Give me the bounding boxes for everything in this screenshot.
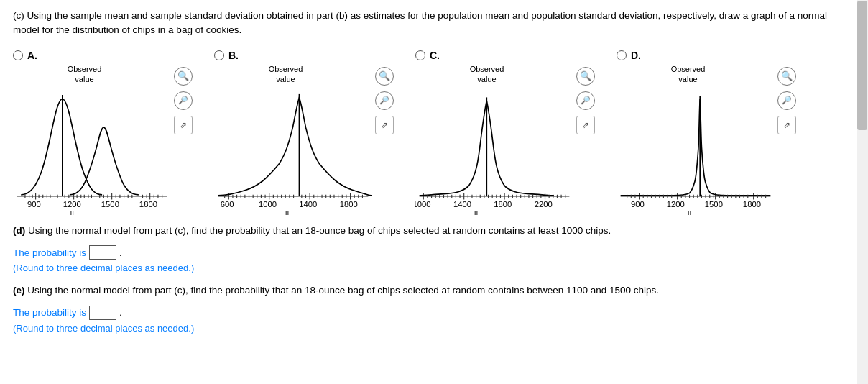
- option-b-zoom-in-btn[interactable]: 🔍: [375, 67, 394, 86]
- svg-text:900: 900: [631, 200, 645, 209]
- option-d-external-btn[interactable]: ⇗: [777, 116, 796, 134]
- option-d-graph-wrapper: Observedvalue: [617, 64, 775, 217]
- option-c-graph-wrapper: Observedvalue: [415, 64, 573, 217]
- svg-text:1800: 1800: [494, 200, 512, 209]
- option-c-radio[interactable]: [415, 50, 425, 60]
- part-d-round-note: (Round to three decimal places as needed…: [13, 262, 855, 273]
- option-a-label: A.: [27, 50, 37, 61]
- svg-text:600: 600: [221, 200, 234, 209]
- option-b-svg: 600 1000 1400 1800 ıı: [214, 87, 372, 216]
- svg-text:1800: 1800: [139, 200, 157, 209]
- svg-text:1000: 1000: [415, 200, 431, 209]
- part-e-prob-label: The probability is: [13, 307, 86, 318]
- option-d-block: D. Observedvalue: [617, 50, 818, 217]
- option-d-graph-area: Observedvalue: [617, 64, 796, 217]
- option-d-zoom-in-btn[interactable]: 🔍: [777, 67, 796, 86]
- part-d-prob-input[interactable]: [89, 245, 116, 260]
- option-b-radio[interactable]: [214, 50, 224, 60]
- part-d-prob-label: The probability is: [13, 247, 86, 258]
- option-c-external-btn[interactable]: ⇗: [576, 116, 595, 134]
- svg-text:1400: 1400: [453, 200, 471, 209]
- option-c-graph-area: Observedvalue: [415, 64, 595, 217]
- option-a-svg: 900 1200 1500 1800 ıı: [13, 87, 171, 216]
- svg-text:ıı: ıı: [474, 209, 479, 216]
- part-d-prob-period: .: [119, 247, 122, 258]
- part-e-text: (e) Using the normal model from part (c)…: [13, 283, 839, 298]
- option-c-observed-label: Observedvalue: [417, 64, 557, 85]
- option-d-zoom-out-btn[interactable]: 🔎: [777, 91, 796, 110]
- option-c-zoom-out-btn[interactable]: 🔎: [576, 91, 595, 110]
- option-c-label: C.: [430, 50, 440, 61]
- svg-text:ıı: ıı: [285, 209, 290, 216]
- option-a-graph-area: Observedvalue: [13, 64, 193, 217]
- option-b-zoom-out-btn[interactable]: 🔎: [375, 91, 394, 110]
- option-c-graph: 1000 1400 1800 2200 ıı: [415, 87, 573, 216]
- svg-text:2200: 2200: [535, 200, 553, 209]
- part-d-text: (d) Using the normal model from part (c)…: [13, 224, 839, 238]
- svg-text:ıı: ıı: [688, 209, 692, 216]
- option-a-zoom-in-btn[interactable]: 🔍: [174, 67, 193, 86]
- option-d-svg: 900 1200 1500 1800 ıı: [617, 87, 775, 216]
- svg-text:1500: 1500: [705, 200, 723, 209]
- part-e-label: (e): [13, 285, 25, 296]
- option-d-label: D.: [631, 50, 641, 61]
- part-d-probability-row: The probability is .: [13, 245, 855, 260]
- option-d-graph: 900 1200 1500 1800 ıı: [617, 87, 775, 216]
- option-a-block: A. Observedvalue: [13, 50, 214, 217]
- svg-text:1500: 1500: [101, 200, 119, 209]
- svg-text:1200: 1200: [667, 200, 685, 209]
- option-b-label: B.: [228, 50, 239, 61]
- svg-text:1000: 1000: [259, 200, 277, 209]
- option-d-radio[interactable]: [617, 50, 627, 60]
- part-e-prob-input[interactable]: [89, 306, 116, 320]
- svg-text:1800: 1800: [743, 200, 761, 209]
- option-a-observed-label: Observedvalue: [14, 64, 154, 85]
- option-b-graph-area: Observedvalue: [214, 64, 394, 217]
- option-b-observed-label: Observedvalue: [216, 64, 356, 85]
- option-b-icons: 🔍 🔎 ⇗: [375, 67, 394, 134]
- svg-text:1200: 1200: [63, 200, 81, 209]
- option-b-graph: 600 1000 1400 1800 ıı: [214, 87, 372, 216]
- option-a-icons: 🔍 🔎 ⇗: [174, 67, 193, 134]
- svg-text:1800: 1800: [340, 200, 358, 209]
- option-a-zoom-out-btn[interactable]: 🔎: [174, 91, 193, 110]
- option-a-external-btn[interactable]: ⇗: [174, 116, 193, 134]
- part-e-probability-row: The probability is .: [13, 306, 855, 320]
- option-c-block: C. Observedvalue: [415, 50, 617, 217]
- option-b-external-btn[interactable]: ⇗: [375, 116, 394, 134]
- part-e-round-note: (Round to three decimal places as needed…: [13, 323, 855, 334]
- options-row: A. Observedvalue: [13, 50, 855, 217]
- option-c-zoom-in-btn[interactable]: 🔍: [576, 67, 595, 86]
- option-a-graph: 900 1200 1500 1800 ıı: [13, 87, 171, 216]
- option-d-icons: 🔍 🔎 ⇗: [777, 67, 796, 134]
- option-b-block: B. Observedvalue: [214, 50, 415, 217]
- scrollbar-thumb[interactable]: [857, 1, 867, 130]
- svg-text:ıı: ıı: [70, 209, 75, 216]
- option-d-observed-label: Observedvalue: [618, 64, 758, 85]
- svg-text:1400: 1400: [299, 200, 317, 209]
- option-b-graph-wrapper: Observedvalue: [214, 64, 372, 217]
- option-a-graph-wrapper: Observedvalue: [13, 64, 171, 217]
- scrollbar-track: [857, 0, 868, 384]
- part-c-text: (c) Using the sample mean and sample sta…: [13, 9, 839, 38]
- part-e-prob-period: .: [119, 307, 122, 318]
- part-d-label: (d): [13, 225, 25, 236]
- option-a-radio[interactable]: [13, 50, 23, 60]
- option-c-icons: 🔍 🔎 ⇗: [576, 67, 595, 134]
- option-c-svg: 1000 1400 1800 2200 ıı: [415, 87, 573, 216]
- svg-text:900: 900: [27, 200, 41, 209]
